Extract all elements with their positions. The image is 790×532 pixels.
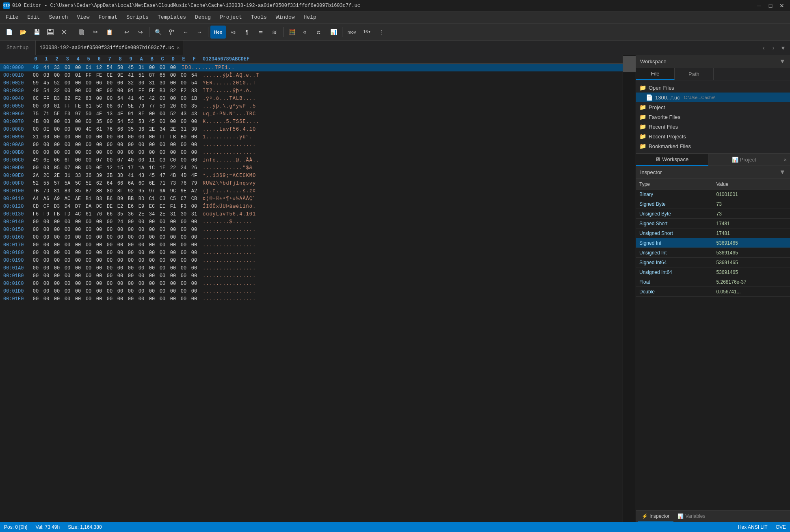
menu-item-view[interactable]: View [73, 13, 93, 22]
hex-byte[interactable]: 00 [168, 119, 178, 125]
hex-byte[interactable]: 00 [73, 273, 83, 279]
hex-byte[interactable]: 50 [157, 103, 168, 109]
hex-byte[interactable]: 00 [52, 227, 62, 233]
hex-byte[interactable]: 6E [41, 157, 52, 163]
hex-byte[interactable]: 00 [115, 250, 126, 256]
hex-byte[interactable]: 00 [83, 134, 94, 140]
hex-byte[interactable]: 00 [62, 289, 73, 294]
hex-row[interactable]: 00:0050000001FFFE815C08675E797750200035.… [0, 102, 623, 110]
hex-byte[interactable]: 00 [115, 80, 126, 86]
hex-byte[interactable]: 07 [94, 157, 104, 163]
hex-byte[interactable]: 55 [41, 181, 52, 186]
hex-byte[interactable]: 00 [30, 142, 41, 148]
hex-byte[interactable]: 31 [30, 134, 41, 140]
mov-button[interactable]: mov [344, 26, 359, 39]
hex-byte[interactable]: 00 [189, 157, 199, 163]
hex-byte[interactable]: 00 [136, 265, 147, 271]
hex-byte[interactable]: 00 [73, 250, 83, 256]
hex-byte[interactable]: 00 [157, 142, 168, 148]
hex-byte[interactable]: 00 [52, 258, 62, 263]
hex-byte[interactable]: 00 [73, 227, 83, 233]
hex-byte[interactable]: 61 [94, 127, 104, 132]
hex-byte[interactable]: 52 [30, 181, 41, 186]
hex-byte[interactable]: 30 [157, 80, 168, 86]
hex-byte[interactable]: 00 [157, 96, 168, 101]
hex-byte[interactable]: 00 [189, 227, 199, 233]
hex-byte[interactable]: 00 [178, 296, 189, 302]
hex-byte[interactable]: 00 [189, 119, 199, 125]
hex-byte[interactable]: 00 [62, 142, 73, 148]
hex-byte[interactable]: 00 [83, 281, 94, 286]
hex-byte[interactable]: 00 [178, 265, 189, 271]
bottom-tab-inspector[interactable]: ⚡ Inspector [638, 511, 673, 522]
hex-byte[interactable]: 00 [178, 142, 189, 148]
menu-item-templates[interactable]: Templates [154, 13, 190, 22]
hex-byte[interactable]: 00 [83, 296, 94, 302]
hex-byte[interactable]: 39 [94, 173, 104, 179]
hex-byte[interactable]: A2 [189, 188, 199, 194]
hex-byte[interactable]: 8F [115, 188, 126, 194]
hex-byte[interactable]: 00 [157, 250, 168, 256]
hex-byte[interactable]: 00 [52, 289, 62, 294]
hex-byte[interactable]: 71 [41, 111, 52, 117]
hex-byte[interactable]: 00 [147, 65, 157, 71]
hex-row[interactable]: 00:00400CFFB382F283000054414C420000001B.… [0, 95, 623, 102]
hex-byte[interactable]: FF [62, 103, 73, 109]
hex-byte[interactable]: 00 [62, 296, 73, 302]
hex-byte[interactable]: 00 [168, 96, 178, 101]
hex-byte[interactable]: 06 [94, 80, 104, 86]
hex-byte[interactable]: 00 [157, 119, 168, 125]
hex-byte[interactable]: 03 [41, 165, 52, 171]
hex-byte[interactable]: B6 [104, 196, 115, 202]
copy-button[interactable] [75, 26, 88, 39]
hex-byte[interactable]: 44 [41, 65, 52, 71]
hex-byte[interactable]: 00 [83, 150, 94, 155]
hex-byte[interactable]: 00 [62, 127, 73, 132]
hex-byte[interactable]: 76 [94, 211, 104, 217]
hex-byte[interactable]: 30 [136, 80, 147, 86]
hex-byte[interactable]: 00 [157, 219, 168, 225]
hex-byte[interactable]: 00 [168, 80, 178, 86]
hex-byte[interactable]: 24 [178, 165, 189, 171]
hex-byte[interactable]: D3 [52, 204, 62, 209]
hex-byte[interactable]: 54 [189, 73, 199, 78]
hex-byte[interactable]: 66 [115, 181, 126, 186]
hex-byte[interactable]: 43 [178, 111, 189, 117]
hex-row[interactable]: 00:00F05255575A5C5E6264666A6C6E71737679R… [0, 179, 623, 187]
hex-byte[interactable]: 00 [168, 242, 178, 248]
inspector-workspace-tab[interactable]: 🖥 Workspace [636, 154, 708, 166]
hex-byte[interactable]: 00 [168, 265, 178, 271]
hex-row[interactable]: 00:01007B7D818385878B8D8F9295979A9C9EA2{… [0, 187, 623, 195]
hex-byte[interactable]: 4C [136, 96, 147, 101]
hex-byte[interactable]: 00 [126, 142, 136, 148]
hex-byte[interactable]: 05 [52, 165, 62, 171]
hex-byte[interactable]: 0F [94, 165, 104, 171]
hex-byte[interactable]: 00 [157, 227, 168, 233]
hex-byte[interactable]: 00 [178, 258, 189, 263]
hex-byte[interactable]: 00 [73, 258, 83, 263]
hex-byte[interactable]: C3 [157, 157, 168, 163]
nav-fwd-button[interactable]: → [193, 26, 206, 39]
hex-byte[interactable]: 00 [115, 242, 126, 248]
hex-byte[interactable]: 00 [157, 265, 168, 271]
hex-byte[interactable]: 00 [115, 227, 126, 233]
hex-byte[interactable]: 00 [52, 242, 62, 248]
hex-byte[interactable]: 00 [41, 103, 52, 109]
inspector-row[interactable]: Unsigned Short17481 [636, 228, 790, 238]
hex-byte[interactable]: 57 [52, 181, 62, 186]
inspector-row[interactable]: Signed Short17481 [636, 219, 790, 228]
hex-byte[interactable]: CE [104, 73, 115, 78]
hex-byte[interactable]: 35 [126, 127, 136, 132]
redo-button[interactable]: ↪ [134, 26, 147, 39]
hex-row[interactable]: 00:00E02A2C2E313336393B3D414345474B4D4F*… [0, 172, 623, 179]
startup-tab[interactable]: Startup [0, 41, 36, 55]
hex-byte[interactable]: 00 [178, 73, 189, 78]
hex-byte[interactable]: 00 [136, 134, 147, 140]
hex-byte[interactable]: 00 [62, 88, 73, 94]
num-button[interactable]: 16▼ [360, 26, 374, 39]
hex-byte[interactable]: 00 [168, 281, 178, 286]
hex-byte[interactable]: 00 [189, 142, 199, 148]
hex-byte[interactable]: 00 [168, 142, 178, 148]
hex-row[interactable]: 00:01D000000000000000000000000000000000.… [0, 287, 623, 295]
hex-byte[interactable]: 00 [115, 265, 126, 271]
